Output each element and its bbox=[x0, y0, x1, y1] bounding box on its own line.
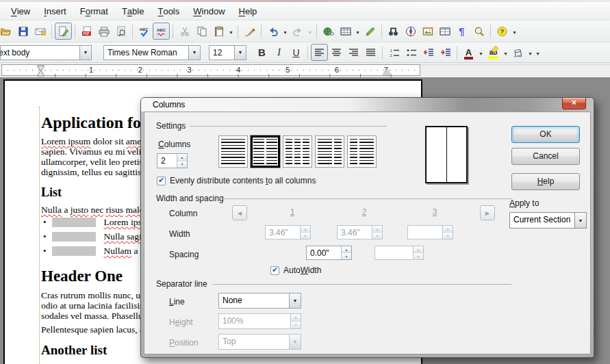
underline-icon[interactable]: U bbox=[288, 44, 305, 61]
formatting-toolbar: Text body ▼ Times New Roman ▼ 12 ▼ B I U… bbox=[0, 42, 610, 63]
menu-insert[interactable]: Insert bbox=[37, 2, 73, 20]
spin-down-icon: ▼ bbox=[291, 322, 301, 328]
paragraph-style-combo[interactable]: Text body ▼ bbox=[0, 45, 92, 60]
right-indent-marker-icon[interactable] bbox=[383, 69, 391, 75]
autowidth-checkbox[interactable]: AutoWidth bbox=[270, 265, 321, 275]
apply-to-dropdown[interactable]: Current Section ▼ bbox=[509, 212, 587, 229]
table-icon[interactable] bbox=[337, 23, 354, 40]
background-color-dropdown-icon[interactable]: ▾ bbox=[526, 44, 534, 61]
draw-functions-icon[interactable] bbox=[361, 23, 379, 40]
highlight-dropdown-icon[interactable]: ▾ bbox=[502, 44, 509, 61]
checkbox-check-icon[interactable] bbox=[270, 266, 279, 275]
paste-icon[interactable] bbox=[210, 23, 227, 40]
page-preview-icon[interactable] bbox=[112, 23, 129, 40]
cancel-button[interactable]: Cancel bbox=[511, 148, 580, 165]
italic-icon[interactable]: I bbox=[270, 44, 288, 61]
numbered-list-icon[interactable]: 12 bbox=[385, 44, 403, 61]
doc-paragraph-line: Cras rutrum mollis nunc, ullam bbox=[41, 290, 157, 301]
edit-file-icon[interactable] bbox=[55, 23, 72, 40]
formatting-marks-icon[interactable]: ¶ bbox=[453, 23, 470, 40]
highlight-color-icon[interactable]: ab bbox=[485, 44, 502, 61]
dialog-titlebar[interactable]: Columns × bbox=[141, 98, 594, 112]
preset-one-column[interactable] bbox=[218, 135, 248, 168]
menu-view[interactable]: View bbox=[4, 2, 37, 20]
open-icon[interactable] bbox=[0, 23, 14, 40]
preset-three-columns[interactable] bbox=[283, 135, 312, 168]
size-dropdown-icon[interactable]: ▼ bbox=[234, 46, 246, 60]
ok-button[interactable]: OK bbox=[511, 126, 580, 143]
find-replace-icon[interactable] bbox=[385, 23, 402, 40]
decrease-indent-icon[interactable] bbox=[420, 44, 437, 61]
toolbar-separator bbox=[132, 25, 133, 38]
export-pdf-icon[interactable]: PDF bbox=[78, 23, 95, 40]
gallery-icon[interactable] bbox=[419, 23, 436, 40]
font-color-dropdown-icon[interactable]: ▾ bbox=[477, 44, 485, 61]
toolbar-separator bbox=[238, 25, 238, 38]
toolbar-overflow-icon[interactable]: ▾ bbox=[511, 23, 518, 40]
auto-spellcheck-icon[interactable]: ABC bbox=[153, 23, 170, 40]
clone-formatting-icon[interactable] bbox=[241, 23, 258, 40]
table-dropdown-icon[interactable]: ▾ bbox=[354, 23, 361, 40]
next-column-icon[interactable]: ► bbox=[480, 205, 495, 220]
paste-dropdown-icon[interactable]: ▾ bbox=[227, 23, 235, 40]
save-icon[interactable] bbox=[14, 23, 31, 40]
spin-down-icon[interactable]: ▼ bbox=[177, 161, 187, 168]
bullet-list-icon[interactable] bbox=[403, 44, 420, 61]
evenly-distribute-checkbox[interactable]: Evenly distribute contents to all column… bbox=[157, 176, 316, 185]
font-size-combo[interactable]: 12 ▼ bbox=[209, 45, 246, 60]
email-icon[interactable] bbox=[31, 23, 49, 40]
toolbar-overflow-icon[interactable]: ▾ bbox=[534, 44, 542, 61]
indent-marker-icon[interactable] bbox=[36, 65, 45, 77]
menu-table[interactable]: Table bbox=[115, 2, 151, 20]
copy-icon[interactable] bbox=[193, 23, 210, 40]
print-icon[interactable] bbox=[95, 23, 112, 40]
dropdown-arrow-icon[interactable]: ▼ bbox=[289, 294, 301, 308]
undo-icon[interactable] bbox=[264, 23, 281, 40]
columns-dialog: Columns × Settings Columns 2 ▲▼ Evenly d… bbox=[140, 97, 594, 358]
font-dropdown-icon[interactable]: ▼ bbox=[188, 46, 200, 60]
align-left-icon[interactable] bbox=[311, 44, 328, 61]
background-color-icon[interactable] bbox=[509, 44, 526, 61]
dropdown-arrow-icon[interactable]: ▼ bbox=[574, 213, 586, 228]
line-position-dropdown: Top ▼ bbox=[218, 334, 301, 350]
menu-format[interactable]: Format bbox=[73, 2, 115, 20]
justify-icon[interactable] bbox=[362, 44, 379, 61]
align-right-icon[interactable] bbox=[345, 44, 362, 61]
preset-left-wide[interactable] bbox=[315, 135, 344, 168]
font-color-icon[interactable]: A bbox=[460, 44, 477, 61]
preset-right-wide[interactable] bbox=[347, 135, 377, 168]
previous-column-icon[interactable]: ◄ bbox=[232, 205, 247, 220]
navigator-icon[interactable] bbox=[402, 23, 419, 40]
spin-down-icon[interactable]: ▼ bbox=[342, 253, 351, 259]
spin-up-icon[interactable]: ▲ bbox=[177, 154, 187, 161]
close-icon[interactable]: × bbox=[562, 98, 586, 109]
line-style-dropdown[interactable]: None ▼ bbox=[218, 293, 301, 309]
toolbar-separator bbox=[261, 25, 262, 38]
svg-text:ABC: ABC bbox=[140, 27, 149, 31]
spacing-row-label: Spacing bbox=[169, 250, 199, 259]
zoom-icon[interactable] bbox=[470, 23, 487, 40]
font-name-combo[interactable]: Times New Roman ▼ bbox=[103, 45, 201, 60]
spin-up-icon: ▲ bbox=[291, 314, 301, 322]
hyperlink-icon[interactable] bbox=[320, 23, 337, 40]
columns-count-spinner[interactable]: 2 ▲▼ bbox=[157, 153, 188, 168]
menu-tools[interactable]: Tools bbox=[151, 2, 186, 20]
spellcheck-icon[interactable]: ABC bbox=[136, 23, 153, 40]
menu-window[interactable]: Window bbox=[186, 2, 231, 20]
column-number-1: 1 bbox=[272, 207, 313, 217]
data-sources-icon[interactable] bbox=[436, 23, 453, 40]
help-button[interactable]: Help bbox=[511, 173, 580, 190]
preset-two-columns[interactable] bbox=[251, 135, 280, 168]
spin-up-icon[interactable]: ▲ bbox=[342, 246, 351, 253]
bold-icon[interactable]: B bbox=[253, 44, 270, 61]
menu-help[interactable]: Help bbox=[232, 2, 264, 20]
help-icon[interactable]: ? bbox=[494, 23, 511, 40]
increase-indent-icon[interactable] bbox=[437, 44, 454, 61]
doc-paragraph-line: dignissim, tellus eu sagittis pe bbox=[41, 167, 152, 178]
undo-dropdown-icon[interactable]: ▾ bbox=[281, 23, 289, 40]
align-center-icon[interactable] bbox=[328, 44, 345, 61]
spacing-field-1[interactable]: 0.00" ▲▼ bbox=[306, 246, 352, 260]
cut-icon bbox=[176, 23, 193, 40]
style-dropdown-icon[interactable]: ▼ bbox=[79, 46, 91, 60]
checkbox-check-icon[interactable] bbox=[157, 177, 166, 185]
